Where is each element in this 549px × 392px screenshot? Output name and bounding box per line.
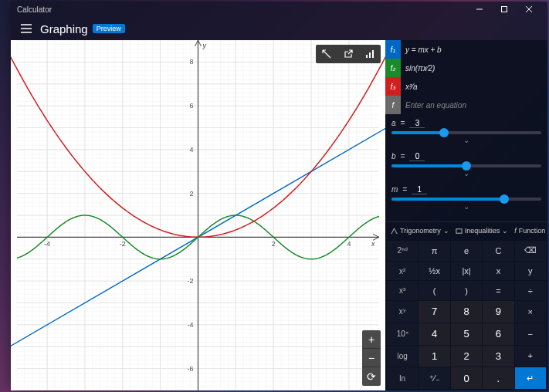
graph-area[interactable]: xy-4-224-6-4-22468 + − ⟳	[11, 40, 385, 390]
key-=[interactable]: =	[483, 281, 513, 300]
inequalities-menu[interactable]: Inequalities ⌄	[453, 225, 511, 236]
equation-expression[interactable]: x²⁄a	[401, 83, 547, 91]
equation-row[interactable]: fEnter an equation	[385, 96, 547, 114]
key-4[interactable]: 4	[419, 323, 449, 345]
key-2[interactable]: 2	[451, 346, 482, 367]
slider-value-input[interactable]: 0	[409, 152, 425, 161]
key-1[interactable]: 1	[419, 346, 449, 367]
trace-button[interactable]	[316, 45, 337, 63]
svg-text:4: 4	[347, 240, 351, 248]
key-÷[interactable]: ÷	[515, 281, 546, 300]
slider-m: m=1 ⌄	[391, 185, 541, 211]
share-button[interactable]	[337, 45, 359, 63]
svg-rect-1	[502, 7, 507, 12]
key-log[interactable]: log	[387, 346, 418, 367]
graph-options-button[interactable]	[359, 45, 381, 63]
variable-sliders: a=3 ⌄ b=0 ⌄ m=1 ⌄	[385, 114, 547, 221]
key-−[interactable]: −	[515, 323, 546, 345]
slider-value-input[interactable]: 1	[412, 185, 427, 194]
key-10ˣ[interactable]: 10ˣ	[387, 323, 418, 345]
key-π[interactable]: π	[419, 241, 449, 261]
key-C[interactable]: C	[483, 241, 513, 261]
svg-text:8: 8	[190, 58, 194, 66]
svg-text:-2: -2	[120, 240, 126, 248]
equation-row[interactable]: f₃x²⁄a	[385, 77, 547, 96]
key-½x[interactable]: ½x	[419, 262, 449, 281]
key-ln[interactable]: ln	[387, 367, 418, 389]
slider-a: a=3 ⌄	[391, 119, 541, 144]
equation-color-tab[interactable]: f₂	[385, 59, 401, 77]
slider-thumb[interactable]	[462, 161, 471, 171]
chevron-down-icon[interactable]: ⌄	[391, 136, 541, 144]
key-)[interactable]: )	[451, 281, 482, 300]
svg-rect-179	[372, 50, 374, 58]
key-×[interactable]: ×	[515, 301, 546, 323]
chevron-down-icon[interactable]: ⌄	[391, 202, 541, 211]
key-⁺⁄₋[interactable]: ⁺⁄₋	[419, 367, 449, 389]
zoom-reset-button[interactable]: ⟳	[362, 367, 381, 386]
slider-label: a=3	[391, 119, 541, 128]
equation-expression[interactable]: y = mx + b	[401, 46, 547, 54]
graph-canvas[interactable]: xy-4-224-6-4-22468	[11, 40, 385, 390]
chevron-down-icon: ⌄	[502, 227, 508, 235]
minimize-button[interactable]	[467, 2, 492, 17]
close-button[interactable]	[517, 2, 541, 17]
function-menu[interactable]: f Function ⌄	[512, 225, 549, 236]
equation-row[interactable]: f₂sin(πx⁄2)	[385, 59, 547, 77]
key-+[interactable]: +	[515, 346, 546, 367]
right-panel: f₁y = mx + bf₂sin(πx⁄2)f₃x²⁄afEnter an e…	[385, 40, 547, 390]
menu-button[interactable]	[17, 19, 36, 38]
svg-text:-2: -2	[188, 277, 194, 285]
mode-title: Graphing	[40, 22, 88, 35]
key-x²[interactable]: x²	[387, 262, 418, 281]
key-0[interactable]: 0	[451, 367, 482, 389]
equation-color-tab[interactable]: f₁	[385, 40, 401, 59]
key-5[interactable]: 5	[451, 323, 482, 345]
preview-badge: Preview	[93, 24, 125, 33]
svg-text:4: 4	[190, 146, 194, 154]
slider-value-input[interactable]: 3	[409, 119, 425, 128]
key-|x|[interactable]: |x|	[451, 262, 482, 281]
calculator-window: Calculator Graphing Preview xy-4-224-6-4…	[11, 2, 547, 390]
key-y[interactable]: y	[515, 262, 546, 281]
equation-expression[interactable]: Enter an equation	[401, 101, 547, 110]
slider-track[interactable]	[391, 164, 541, 167]
key-⌫[interactable]: ⌫	[515, 241, 546, 261]
window-controls	[467, 2, 541, 17]
chevron-down-icon: ⌄	[443, 227, 449, 235]
trig-menu[interactable]: Trigonometry ⌄	[388, 225, 452, 236]
key-x[interactable]: x	[483, 262, 513, 281]
slider-track[interactable]	[391, 198, 541, 201]
svg-rect-178	[369, 52, 371, 58]
key-6[interactable]: 6	[483, 323, 513, 345]
key-([interactable]: (	[419, 281, 449, 300]
key-e[interactable]: e	[451, 241, 482, 261]
slider-b: b=0 ⌄	[391, 152, 541, 177]
key-2ⁿᵈ[interactable]: 2ⁿᵈ	[387, 241, 418, 261]
equation-expression[interactable]: sin(πx⁄2)	[401, 64, 547, 73]
key-7[interactable]: 7	[419, 301, 449, 323]
slider-thumb[interactable]	[439, 128, 449, 137]
zoom-in-button[interactable]: +	[362, 330, 381, 349]
key-.[interactable]: .	[483, 367, 513, 389]
key-8[interactable]: 8	[451, 301, 482, 323]
window-title: Calculator	[17, 5, 467, 14]
key-9[interactable]: 9	[483, 301, 513, 323]
key-xʸ[interactable]: xʸ	[387, 301, 418, 323]
key-↵[interactable]: ↵	[515, 367, 546, 389]
maximize-button[interactable]	[492, 2, 517, 17]
keypad: 2ⁿᵈπeC⌫x²½x|x|xyx³()=÷xʸ789×10ˣ456−log12…	[385, 239, 547, 390]
svg-text:6: 6	[190, 102, 194, 110]
equation-row[interactable]: f₁y = mx + b	[385, 40, 547, 59]
svg-text:y: y	[202, 42, 206, 49]
slider-thumb[interactable]	[500, 194, 509, 204]
graph-toolbar	[316, 45, 381, 63]
equation-color-tab[interactable]: f₃	[385, 77, 401, 96]
zoom-out-button[interactable]: −	[362, 349, 381, 367]
key-x³[interactable]: x³	[387, 281, 418, 300]
equation-color-tab[interactable]: f	[385, 96, 401, 114]
key-3[interactable]: 3	[483, 346, 513, 367]
header: Graphing Preview	[11, 17, 547, 40]
slider-track[interactable]	[391, 131, 541, 134]
svg-rect-177	[366, 55, 368, 58]
